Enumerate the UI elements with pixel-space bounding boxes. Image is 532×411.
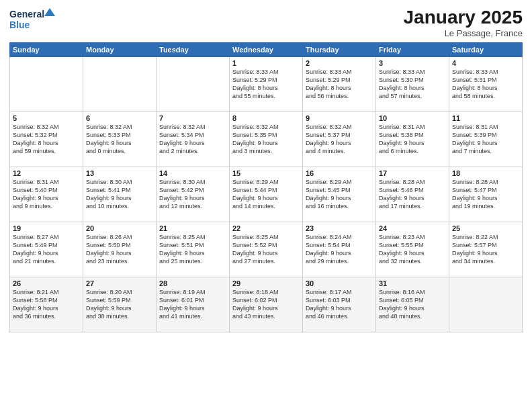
day-info: Sunrise: 8:16 AM Sunset: 6:05 PM Dayligh… [379,288,446,321]
calendar-cell: 1Sunrise: 8:33 AM Sunset: 5:29 PM Daylig… [230,57,303,112]
calendar-cell: 27Sunrise: 8:20 AM Sunset: 5:59 PM Dayli… [83,277,157,332]
calendar-cell: 2Sunrise: 8:33 AM Sunset: 5:29 PM Daylig… [303,57,376,112]
day-info: Sunrise: 8:26 AM Sunset: 5:50 PM Dayligh… [86,233,153,266]
location: Le Passage, France [404,28,523,38]
day-number: 27 [86,279,153,287]
day-number: 12 [13,169,80,177]
day-number: 26 [13,279,80,287]
calendar-cell: 3Sunrise: 8:33 AM Sunset: 5:30 PM Daylig… [376,57,449,112]
day-info: Sunrise: 8:31 AM Sunset: 5:40 PM Dayligh… [13,178,80,211]
page: General Blue January 2025 Le Passage, Fr… [0,0,532,411]
calendar-cell: 15Sunrise: 8:29 AM Sunset: 5:44 PM Dayli… [230,167,303,222]
svg-text:General: General [9,9,44,19]
day-number: 23 [306,224,373,232]
title-block: January 2025 Le Passage, France [404,7,523,38]
svg-text:Blue: Blue [9,19,30,30]
day-number: 10 [379,114,446,122]
calendar-cell [10,57,83,112]
calendar-cell [83,57,157,112]
calendar-cell: 13Sunrise: 8:30 AM Sunset: 5:41 PM Dayli… [83,167,157,222]
calendar-cell: 17Sunrise: 8:28 AM Sunset: 5:46 PM Dayli… [376,167,449,222]
day-number: 1 [232,59,300,67]
calendar-cell: 19Sunrise: 8:27 AM Sunset: 5:49 PM Dayli… [10,222,83,277]
day-number: 17 [379,169,446,177]
day-number: 31 [379,279,446,287]
day-info: Sunrise: 8:27 AM Sunset: 5:49 PM Dayligh… [13,233,80,266]
day-info: Sunrise: 8:33 AM Sunset: 5:30 PM Dayligh… [379,68,446,101]
day-number: 19 [13,224,80,232]
calendar-week-row: 1Sunrise: 8:33 AM Sunset: 5:29 PM Daylig… [10,57,523,112]
day-info: Sunrise: 8:21 AM Sunset: 5:58 PM Dayligh… [13,288,80,321]
day-info: Sunrise: 8:33 AM Sunset: 5:31 PM Dayligh… [452,68,519,101]
day-info: Sunrise: 8:20 AM Sunset: 5:59 PM Dayligh… [86,288,153,321]
calendar-week-row: 19Sunrise: 8:27 AM Sunset: 5:49 PM Dayli… [10,222,523,277]
day-number: 20 [86,224,153,232]
calendar-cell: 8Sunrise: 8:32 AM Sunset: 5:35 PM Daylig… [230,112,303,167]
calendar-cell: 18Sunrise: 8:28 AM Sunset: 5:47 PM Dayli… [449,167,523,222]
calendar-cell: 30Sunrise: 8:17 AM Sunset: 6:03 PM Dayli… [303,277,376,332]
day-number: 2 [306,59,373,67]
day-number: 5 [13,114,80,122]
calendar-cell: 6Sunrise: 8:32 AM Sunset: 5:33 PM Daylig… [83,112,157,167]
day-info: Sunrise: 8:31 AM Sunset: 5:39 PM Dayligh… [452,123,519,156]
day-info: Sunrise: 8:18 AM Sunset: 6:02 PM Dayligh… [232,288,300,321]
day-info: Sunrise: 8:33 AM Sunset: 5:29 PM Dayligh… [232,68,300,101]
day-number: 4 [452,59,519,67]
calendar-week-row: 5Sunrise: 8:32 AM Sunset: 5:32 PM Daylig… [10,112,523,167]
day-info: Sunrise: 8:19 AM Sunset: 6:01 PM Dayligh… [159,288,226,321]
calendar-cell: 7Sunrise: 8:32 AM Sunset: 5:34 PM Daylig… [157,112,230,167]
calendar-cell: 25Sunrise: 8:22 AM Sunset: 5:57 PM Dayli… [449,222,523,277]
day-info: Sunrise: 8:32 AM Sunset: 5:33 PM Dayligh… [86,123,153,156]
calendar-cell: 14Sunrise: 8:30 AM Sunset: 5:42 PM Dayli… [157,167,230,222]
day-number: 16 [306,169,373,177]
calendar-cell: 10Sunrise: 8:31 AM Sunset: 5:38 PM Dayli… [376,112,449,167]
day-number: 13 [86,169,153,177]
day-number: 11 [452,114,519,122]
logo: General Blue [9,7,56,32]
calendar-week-row: 12Sunrise: 8:31 AM Sunset: 5:40 PM Dayli… [10,167,523,222]
day-number: 18 [452,169,519,177]
day-info: Sunrise: 8:28 AM Sunset: 5:47 PM Dayligh… [452,178,519,211]
calendar-cell: 22Sunrise: 8:25 AM Sunset: 5:52 PM Dayli… [230,222,303,277]
calendar-cell: 23Sunrise: 8:24 AM Sunset: 5:54 PM Dayli… [303,222,376,277]
calendar-cell: 24Sunrise: 8:23 AM Sunset: 5:55 PM Dayli… [376,222,449,277]
calendar-day-header: Saturday [449,43,523,57]
day-info: Sunrise: 8:32 AM Sunset: 5:32 PM Dayligh… [13,123,80,156]
day-info: Sunrise: 8:32 AM Sunset: 5:37 PM Dayligh… [306,123,373,156]
calendar-day-header: Monday [83,43,157,57]
calendar-cell: 28Sunrise: 8:19 AM Sunset: 6:01 PM Dayli… [157,277,230,332]
calendar-week-row: 26Sunrise: 8:21 AM Sunset: 5:58 PM Dayli… [10,277,523,332]
calendar-day-header: Friday [376,43,449,57]
day-info: Sunrise: 8:25 AM Sunset: 5:52 PM Dayligh… [232,233,300,266]
calendar-header-row: SundayMondayTuesdayWednesdayThursdayFrid… [10,43,523,57]
day-info: Sunrise: 8:25 AM Sunset: 5:51 PM Dayligh… [159,233,226,266]
day-info: Sunrise: 8:28 AM Sunset: 5:46 PM Dayligh… [379,178,446,211]
calendar-cell: 12Sunrise: 8:31 AM Sunset: 5:40 PM Dayli… [10,167,83,222]
day-info: Sunrise: 8:29 AM Sunset: 5:44 PM Dayligh… [232,178,300,211]
calendar-cell: 9Sunrise: 8:32 AM Sunset: 5:37 PM Daylig… [303,112,376,167]
day-info: Sunrise: 8:33 AM Sunset: 5:29 PM Dayligh… [306,68,373,101]
day-number: 29 [232,279,300,287]
svg-marker-2 [44,8,55,16]
calendar-cell [449,277,523,332]
day-number: 30 [306,279,373,287]
calendar-cell: 21Sunrise: 8:25 AM Sunset: 5:51 PM Dayli… [157,222,230,277]
day-number: 28 [159,279,226,287]
calendar-cell: 29Sunrise: 8:18 AM Sunset: 6:02 PM Dayli… [230,277,303,332]
day-number: 15 [232,169,300,177]
day-info: Sunrise: 8:32 AM Sunset: 5:34 PM Dayligh… [159,123,226,156]
calendar-cell: 5Sunrise: 8:32 AM Sunset: 5:32 PM Daylig… [10,112,83,167]
calendar-cell [157,57,230,112]
calendar-day-header: Thursday [303,43,376,57]
day-number: 21 [159,224,226,232]
day-number: 9 [306,114,373,122]
month-title: January 2025 [404,7,523,28]
header: General Blue January 2025 Le Passage, Fr… [9,7,523,38]
day-info: Sunrise: 8:31 AM Sunset: 5:38 PM Dayligh… [379,123,446,156]
calendar-cell: 16Sunrise: 8:29 AM Sunset: 5:45 PM Dayli… [303,167,376,222]
day-info: Sunrise: 8:30 AM Sunset: 5:42 PM Dayligh… [159,178,226,211]
day-info: Sunrise: 8:32 AM Sunset: 5:35 PM Dayligh… [232,123,300,156]
calendar-day-header: Sunday [10,43,83,57]
calendar-cell: 11Sunrise: 8:31 AM Sunset: 5:39 PM Dayli… [449,112,523,167]
calendar-day-header: Wednesday [230,43,303,57]
